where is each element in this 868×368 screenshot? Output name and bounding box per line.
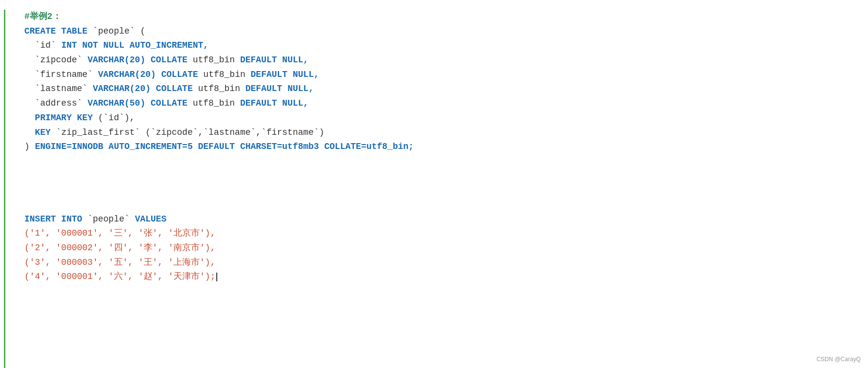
text-cursor — [216, 273, 217, 281]
primary-key-paren: (`id`), — [98, 113, 135, 123]
values-kw: VALUES — [135, 214, 167, 224]
watermark: CSDN @CarayQ — [816, 355, 861, 364]
collate-kw-3: COLLATE — [156, 84, 193, 93]
close-paren: ) — [24, 142, 30, 151]
comment-line: #举例2： — [24, 12, 61, 21]
col-id-name: `id` — [35, 40, 56, 50]
collate-kw-5: COLLATE — [324, 142, 361, 151]
default-null-3: DEFAULT NULL, — [245, 84, 314, 93]
default-null-4: DEFAULT NULL, — [240, 98, 308, 108]
index-cols: (`zipcode`,`lastname`,`firstname`) — [145, 128, 324, 137]
collate-val-2: utf8_bin — [203, 70, 245, 79]
default-null-2: DEFAULT NULL, — [251, 70, 319, 79]
left-border-indicator — [4, 10, 5, 368]
code-block: #举例2： CREATE TABLE `people` ( `id` INT N… — [24, 10, 853, 284]
key-kw: KEY — [35, 128, 51, 137]
varchar50-kw: VARCHAR(50) — [88, 98, 146, 108]
int-keyword: INT NOT NULL AUTO_INCREMENT, — [61, 40, 208, 50]
insert-row-1: ('1', '000001', '三', '张', '北京市'), — [24, 228, 215, 238]
varchar20-kw-3: VARCHAR(20) — [93, 84, 151, 93]
collate-kw-2: COLLATE — [161, 70, 198, 79]
insert-row-2: ('2', '000002', '四', '李', '南京市'), — [24, 243, 215, 253]
collate-eq: =utf8_bin; — [361, 142, 414, 151]
insert-row-4: ('4', '000001', '六', '赵', '天津市'); — [24, 272, 215, 281]
blank-2 — [24, 183, 853, 198]
insert-row-3: ('3', '000003', '五', '王', '上海市'), — [24, 258, 215, 267]
varchar20-kw-2: VARCHAR(20) — [98, 70, 156, 79]
blank-1 — [24, 154, 853, 169]
collate-val-1: utf8_bin — [193, 55, 235, 65]
code-editor: #举例2： CREATE TABLE `people` ( `id` INT N… — [0, 0, 868, 368]
table-name: `people` — [93, 26, 134, 36]
create-keyword: CREATE TABLE — [24, 26, 88, 36]
collate-val-3: utf8_bin — [198, 84, 240, 93]
index-name: `zip_last_first` — [56, 128, 140, 137]
open-paren: ( — [140, 26, 146, 36]
insert-table: `people` — [88, 214, 130, 224]
col-lastname-name: `lastname` — [35, 84, 88, 93]
collate-kw-4: COLLATE — [151, 98, 188, 108]
primary-key-kw: PRIMARY KEY — [35, 113, 93, 123]
col-zipcode-name: `zipcode` — [35, 55, 82, 65]
col-address-name: `address` — [35, 98, 82, 108]
collate-val-4: utf8_bin — [193, 98, 235, 108]
col-firstname-name: `firstname` — [35, 70, 93, 79]
insert-kw: INSERT INTO — [24, 214, 82, 224]
engine-clause: ENGINE=INNODB AUTO_INCREMENT=5 DEFAULT C… — [35, 142, 319, 151]
collate-kw-1: COLLATE — [151, 55, 188, 65]
varchar20-kw: VARCHAR(20) — [88, 55, 146, 65]
default-null-1: DEFAULT NULL, — [240, 55, 308, 65]
